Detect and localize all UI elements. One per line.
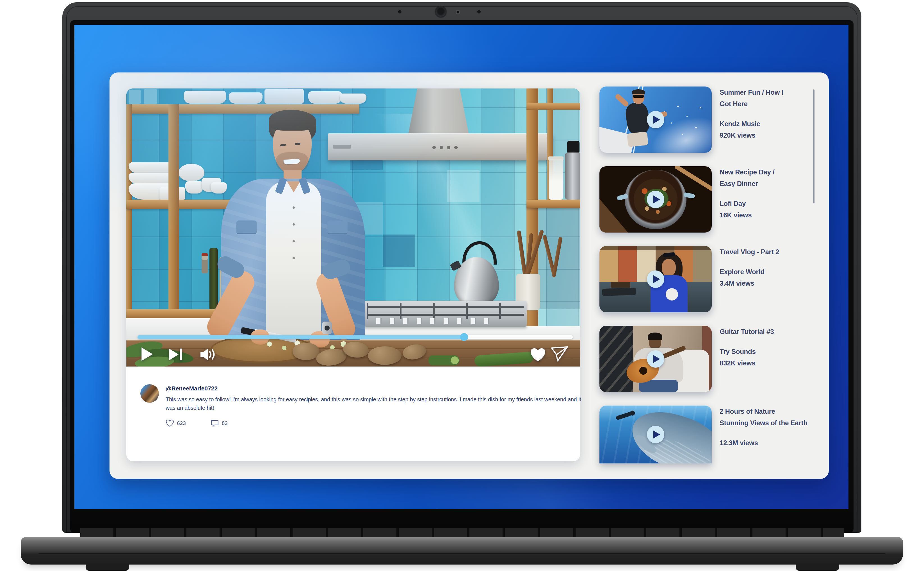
progress-bar[interactable] bbox=[137, 335, 573, 339]
suggestion-thumbnail[interactable] bbox=[599, 246, 712, 312]
send-icon[interactable] bbox=[551, 346, 568, 363]
potato bbox=[293, 343, 319, 360]
webcam bbox=[435, 6, 447, 17]
range-hood bbox=[328, 133, 553, 160]
laptop-foot bbox=[86, 563, 129, 571]
thumbnail-play-icon[interactable] bbox=[647, 426, 664, 443]
comment-stats: 623 83 bbox=[166, 419, 228, 427]
comment-replies-button[interactable]: 83 bbox=[211, 419, 228, 427]
video-player[interactable] bbox=[126, 88, 580, 367]
progress-fill bbox=[137, 335, 464, 339]
skip-next-icon[interactable] bbox=[168, 348, 183, 362]
suggestion-channel: Kendz Music bbox=[719, 118, 833, 130]
reply-count: 83 bbox=[222, 420, 228, 426]
heart-icon[interactable] bbox=[530, 348, 546, 363]
wrist-watch bbox=[322, 322, 332, 334]
camera-indicator-dot bbox=[456, 11, 459, 14]
suggestion-title: Guitar Tutorial #3 bbox=[719, 326, 833, 337]
commenter-avatar[interactable] bbox=[140, 384, 159, 403]
comment-text: This was so easy to follow! I'm always l… bbox=[166, 395, 581, 412]
suggestion-title: 2 Hours of Nature Stunning Views of the … bbox=[719, 406, 833, 429]
like-outline-icon bbox=[166, 419, 174, 427]
screenshot: @ReneeMarie0722 This was so easy to foll… bbox=[0, 0, 924, 571]
suggestion-title: Summer Fun / How I Got Here bbox=[719, 86, 833, 110]
shelf-board bbox=[126, 104, 359, 114]
suggestion-title: New Recipe Day / Easy Dinner bbox=[719, 166, 833, 189]
suggestion-thumbnail[interactable] bbox=[599, 166, 712, 233]
suggestion-thumbnail[interactable] bbox=[599, 406, 712, 463]
suggestion-row[interactable]: New Recipe Day / Easy Dinner Lofi Day 16… bbox=[599, 166, 833, 233]
scrollbar[interactable] bbox=[813, 90, 815, 203]
suggestion-views: 12.3M views bbox=[719, 437, 833, 449]
microphone-dot bbox=[477, 10, 480, 14]
suggestion-row[interactable]: Travel Vlog - Part 2 Explore World 3.4M … bbox=[599, 246, 833, 312]
suggestion-channel: Lofi Day bbox=[719, 198, 833, 209]
thumbnail-play-icon[interactable] bbox=[647, 270, 664, 288]
suggestion-row[interactable]: Summer Fun / How I Got Here Kendz Music … bbox=[599, 86, 833, 153]
suggestion-views: 3.4M views bbox=[719, 278, 833, 289]
laptop-screen: @ReneeMarie0722 This was so easy to foll… bbox=[74, 25, 849, 509]
suggestion-thumbnail[interactable] bbox=[599, 326, 712, 392]
oil-bottle bbox=[209, 248, 218, 309]
commenter-username: @ReneeMarie0722 bbox=[166, 385, 217, 392]
suggestion-title: Travel Vlog - Part 2 bbox=[719, 246, 833, 258]
laptop-foot bbox=[796, 563, 839, 571]
suggestion-row[interactable]: 2 Hours of Nature Stunning Views of the … bbox=[599, 406, 833, 463]
player-card: @ReneeMarie0722 This was so easy to foll… bbox=[126, 88, 580, 461]
thermos-flask bbox=[565, 153, 580, 200]
thumbnail-play-icon[interactable] bbox=[647, 111, 664, 128]
suggestion-row[interactable]: Guitar Tutorial #3 Try Sounds 832K views bbox=[599, 326, 833, 392]
storage-jar bbox=[549, 159, 563, 200]
volume-icon[interactable] bbox=[200, 347, 216, 363]
thumbnail-play-icon[interactable] bbox=[647, 191, 664, 208]
shelf-post bbox=[168, 104, 179, 319]
comment-like-button[interactable]: 623 bbox=[166, 419, 186, 427]
suggestion-thumbnail[interactable] bbox=[599, 86, 712, 153]
suggestion-channel: Try Sounds bbox=[719, 346, 833, 357]
suggestion-views: 832K views bbox=[719, 357, 833, 369]
suggestion-views: 16K views bbox=[719, 209, 833, 221]
suggestion-views: 920K views bbox=[719, 130, 833, 141]
comment-bubble-icon bbox=[211, 419, 219, 427]
progress-thumb[interactable] bbox=[460, 333, 468, 341]
play-icon[interactable] bbox=[141, 347, 153, 363]
thumbnail-play-icon[interactable] bbox=[647, 350, 664, 368]
suggestion-channel: Explore World bbox=[719, 266, 833, 278]
microphone-dot bbox=[398, 10, 402, 14]
like-count: 623 bbox=[177, 420, 186, 426]
laptop-base bbox=[21, 537, 903, 565]
